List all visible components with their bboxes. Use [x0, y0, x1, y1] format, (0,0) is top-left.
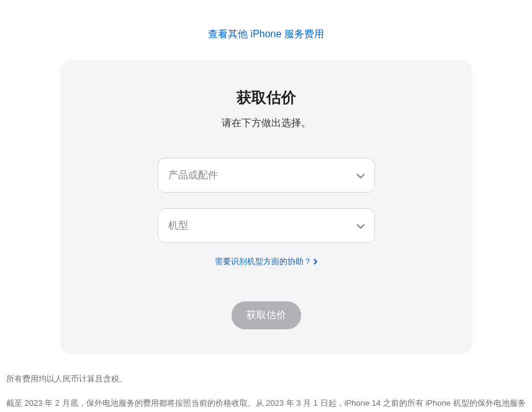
card-title: 获取估价: [84, 88, 448, 108]
identify-model-help-link[interactable]: 需要识别机型方面的协助？: [215, 256, 317, 267]
get-estimate-button[interactable]: 获取估价: [232, 301, 301, 329]
footer-line-2: 截至 2023 年 2 月底，保外电池服务的费用都将按照当前的价格收取。从 20…: [6, 396, 526, 412]
model-select[interactable]: 机型: [158, 208, 375, 243]
footer-line-1: 所有费用均以人民币计算且含税。: [6, 372, 526, 386]
other-iphone-services-link[interactable]: 查看其他 iPhone 服务费用: [208, 29, 324, 39]
model-select-wrapper: 机型: [158, 208, 375, 243]
help-link-row: 需要识别机型方面的协助？: [84, 255, 448, 267]
chevron-right-icon: [313, 259, 317, 265]
card-subtitle: 请在下方做出选择。: [84, 117, 448, 130]
footer-line-2-part1: 截至 2023 年 2 月底，保外电池服务的费用都将按照当前的价格收取。从 20…: [6, 398, 526, 408]
help-link-label: 需要识别机型方面的协助？: [215, 256, 312, 267]
product-select-wrapper: 产品或配件: [158, 158, 375, 193]
model-select-placeholder: 机型: [168, 219, 188, 232]
estimate-card: 获取估价 请在下方做出选择。 产品或配件 机型 需要识别机型方面的协助？ 获取估…: [60, 60, 472, 354]
footer-text: 所有费用均以人民币计算且含税。 截至 2023 年 2 月底，保外电池服务的费用…: [6, 372, 526, 412]
product-select-placeholder: 产品或配件: [168, 169, 218, 182]
top-link-container: 查看其他 iPhone 服务费用: [6, 28, 526, 41]
product-select[interactable]: 产品或配件: [158, 158, 375, 193]
submit-row: 获取估价: [84, 301, 448, 329]
